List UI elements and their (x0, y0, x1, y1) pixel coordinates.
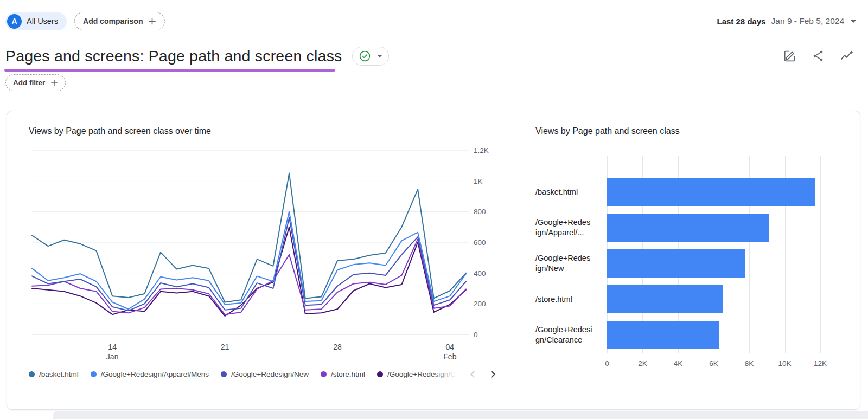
bar-category-label: /Google+Redes ign/New (535, 253, 607, 274)
x-tick-label: 4K (674, 359, 683, 368)
bar-chart-rows: /basket.html/Google+Redes ign/Apparel/..… (535, 156, 839, 353)
line-series (32, 227, 466, 316)
insights-icon (840, 56, 854, 65)
check-circle-icon (359, 50, 371, 62)
plus-icon (50, 79, 58, 87)
topbar: A All Users Add comparison Last 28 days … (5, 12, 856, 30)
bar-chart: /basket.html/Google+Redes ign/Apparel/..… (535, 156, 839, 372)
insights-button[interactable] (840, 49, 854, 63)
legend-dot-icon (29, 371, 35, 377)
y-tick-label: 800 (474, 208, 486, 216)
caret-down-icon (377, 55, 382, 57)
bar-row: /basket.html (535, 174, 839, 210)
bar (607, 178, 815, 206)
legend-dot-icon (377, 371, 383, 377)
x-tick-label: 12K (814, 359, 827, 368)
bar-row: /Google+Redes ign/New (535, 246, 839, 281)
x-tick-label: 14 (108, 343, 117, 351)
legend-item[interactable]: /Google+Redesign/Clearance (377, 370, 460, 378)
customize-report-icon (783, 56, 796, 65)
bar (607, 249, 745, 278)
bar-chart-x-axis: 02K4K6K8K10K12K (607, 359, 820, 372)
add-filter-label: Add filter (13, 79, 45, 87)
date-range-picker[interactable]: Last 28 days Jan 9 - Feb 5, 2024 (717, 16, 856, 26)
line-chart-title: Views by Page path and screen class over… (29, 126, 499, 136)
y-tick-label: 1K (474, 177, 483, 185)
y-tick-label: 600 (474, 238, 486, 247)
date-range-value: Jan 9 - Feb 5, 2024 (771, 16, 844, 26)
page-title: Pages and screens: Page path and screen … (5, 47, 342, 65)
bar-category-label: /Google+Redes ign/Apparel/... (535, 217, 607, 238)
bar-category-label: /basket.html (535, 187, 607, 197)
legend-item[interactable]: /store.html (321, 370, 365, 378)
y-tick-label: 200 (474, 300, 486, 308)
horizontal-scrollbar[interactable] (53, 411, 868, 419)
bar-row: /Google+Redesi gn/Clearance (535, 317, 839, 353)
bar-chart-panel: Views by Page path and screen class /bas… (535, 126, 839, 372)
bar-track (607, 214, 820, 242)
all-users-label: All Users (27, 17, 58, 25)
bar-category-label: /store.html (535, 294, 607, 305)
plus-icon (148, 17, 156, 25)
y-tick-label: 0 (474, 331, 478, 339)
all-users-chip[interactable]: A All Users (5, 12, 67, 30)
legend-prev-icon[interactable] (468, 370, 477, 379)
line-chart: 1.2K1K800600400200014Jan212804Feb (29, 144, 495, 362)
legend-item[interactable]: /Google+Redesign/Apparel/Mens (91, 370, 209, 378)
legend-dot-icon (221, 371, 227, 377)
legend-dot-icon (321, 371, 327, 377)
title-row: Pages and screens: Page path and screen … (5, 47, 389, 66)
bar-category-label: /Google+Redesi gn/Clearance (535, 325, 607, 345)
legend-label: /Google+Redesign/Clearance (387, 370, 460, 378)
add-comparison-label: Add comparison (83, 17, 143, 25)
x-tick-sublabel: Feb (443, 352, 456, 361)
x-tick-label: 04 (446, 343, 455, 351)
x-tick-label: 0 (605, 359, 609, 368)
bar-row: /store.html (535, 281, 839, 317)
share-button[interactable] (812, 49, 825, 62)
report-actions (783, 49, 854, 63)
avatar: A (7, 14, 22, 29)
line-chart-panel: Views by Page path and screen class over… (29, 126, 499, 381)
x-tick-label: 8K (745, 359, 754, 368)
legend-item[interactable]: /basket.html (29, 370, 79, 378)
legend-label: /Google+Redesign/New (231, 370, 309, 378)
x-tick-sublabel: Jan (106, 352, 119, 361)
bar-chart-title: Views by Page path and screen class (535, 126, 839, 136)
bar (607, 321, 719, 349)
x-tick-label: 10K (778, 359, 791, 368)
report-status-pill[interactable] (352, 47, 389, 66)
x-tick-label: 21 (221, 343, 229, 351)
bar-track (607, 321, 820, 349)
y-tick-label: 1.2K (474, 146, 489, 154)
bar-track (607, 178, 820, 206)
customize-report-button[interactable] (783, 49, 796, 63)
legend-dot-icon (91, 371, 97, 377)
report-card: Views by Page path and screen class over… (7, 111, 860, 410)
legend-nav (468, 370, 497, 379)
legend-label: /Google+Redesign/Apparel/Mens (101, 370, 209, 378)
caret-down-icon (851, 20, 856, 23)
x-tick-label: 2K (638, 359, 647, 368)
date-range-label: Last 28 days (717, 17, 766, 26)
bar (607, 285, 723, 313)
legend-row: /basket.html/Google+Redesign/Apparel/Men… (29, 367, 499, 381)
legend-item[interactable]: /Google+Redesign/New (221, 370, 309, 378)
share-icon (812, 56, 825, 64)
topbar-left: A All Users Add comparison (5, 12, 165, 30)
add-filter-button[interactable]: Add filter (5, 74, 66, 91)
x-tick-label: 28 (333, 343, 342, 351)
legend-label: /store.html (331, 370, 365, 378)
add-comparison-button[interactable]: Add comparison (74, 12, 165, 30)
purple-highlight-underline (4, 69, 335, 72)
legend: /basket.html/Google+Redesign/Apparel/Men… (29, 370, 460, 378)
line-series (32, 211, 466, 309)
legend-next-icon[interactable] (488, 370, 497, 379)
x-tick-label: 6K (709, 359, 718, 368)
bar-track (607, 249, 820, 278)
legend-label: /basket.html (39, 370, 79, 378)
y-tick-label: 400 (474, 269, 486, 278)
bar (607, 214, 769, 242)
bar-row: /Google+Redes ign/Apparel/... (535, 210, 839, 246)
bar-track (607, 285, 820, 313)
